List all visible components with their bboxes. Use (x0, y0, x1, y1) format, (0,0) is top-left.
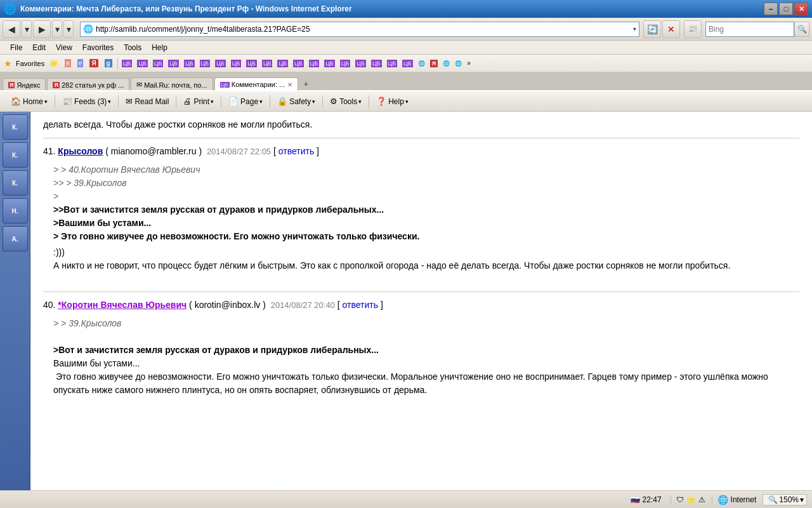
tab-282-icon: Я (53, 82, 59, 88)
refresh-icon[interactable]: 🔄 (643, 20, 661, 38)
tab-282[interactable]: Я 282 статья ук рф ... (47, 78, 129, 90)
help-button[interactable]: ❓ Help ▾ (370, 95, 414, 108)
status-time-area: 🇷🇺 22:47 (631, 495, 662, 504)
fav-expand[interactable]: » (464, 58, 473, 68)
fav-item-3[interactable]: е (75, 58, 88, 69)
rss-icon[interactable]: 📰 (684, 20, 702, 38)
tab-comments-close[interactable]: ✕ (287, 81, 292, 88)
maximize-button[interactable]: □ (779, 3, 793, 15)
search-input[interactable] (705, 22, 794, 37)
tab-282-label: 282 статья ук рф ... (62, 81, 124, 89)
fav-cb-4[interactable]: ЦБ (166, 58, 181, 69)
comment-40-text2: Вашими бы устами... Это говно живучее до… (53, 357, 799, 397)
fav-cb-16[interactable]: ЦБ (353, 58, 369, 69)
fav-cb-3[interactable]: ЦБ (150, 58, 166, 69)
zoom-control[interactable]: 🔍 150% ▾ (763, 494, 807, 505)
fav-cb-9[interactable]: ЦБ (244, 58, 259, 69)
page-icon: 📄 (228, 97, 239, 106)
fav-cb-10[interactable]: ЦБ (259, 58, 275, 69)
fav-cb-6[interactable]: ЦБ (197, 58, 213, 69)
print-button[interactable]: 🖨 Print ▾ (178, 95, 219, 108)
home-button[interactable]: 🏠 Home ▾ (5, 95, 53, 108)
fav-cb-15[interactable]: ЦБ (337, 58, 353, 69)
address-dropdown[interactable]: ▾ (633, 25, 636, 32)
status-time: 22:47 (643, 495, 662, 504)
fav-item-g[interactable]: g (102, 58, 116, 69)
fav-cb-11[interactable]: ЦБ (275, 58, 291, 69)
feeds-button[interactable]: 📰 Feeds (3) ▾ (56, 95, 117, 108)
forward-button[interactable]: ▶ (33, 20, 51, 38)
tab-comments[interactable]: ЦБ Комментарии: ... ✕ (214, 77, 299, 91)
fav-cb-8[interactable]: ЦБ (228, 58, 244, 69)
fav-cb-7[interactable]: ЦБ (213, 58, 228, 69)
fav-cb-12[interactable]: ЦБ (291, 58, 306, 69)
cmd-separator-1 (55, 95, 55, 108)
fav-cb-17[interactable]: ЦБ (369, 58, 384, 69)
minimize-button[interactable]: – (764, 3, 778, 15)
command-bar: 🏠 Home ▾ 📰 Feeds (3) ▾ ✉ Read Mail 🖨 Pri… (0, 91, 812, 112)
comment-41-email-text: mianomo@rambler.ru (111, 146, 197, 156)
search-button[interactable]: 🔍 (794, 22, 809, 37)
back-button[interactable]: ◀ (3, 20, 20, 38)
fav-ya2[interactable]: Я (428, 58, 440, 69)
fav-cb-1[interactable]: ЦБ (119, 58, 135, 69)
back-dropdown[interactable]: ▾ (22, 20, 32, 38)
fav-globe2[interactable]: 🌐 (440, 59, 452, 68)
sidebar-btn-1[interactable]: К. (3, 114, 28, 140)
zoom-icon: 🔍 (768, 495, 778, 504)
print-dropdown-arrow: ▾ (211, 98, 214, 105)
safety-dropdown-arrow: ▾ (312, 98, 315, 105)
forward-dropdown[interactable]: ▾ (52, 20, 62, 38)
menu-tools[interactable]: Tools (119, 42, 147, 53)
menu-help[interactable]: Help (147, 42, 173, 53)
comment-40: 40. *Коротин Вячеслав Юрьевич ( korotin@… (43, 291, 799, 397)
comment-40-author[interactable]: *Коротин Вячеслав Юрьевич (58, 300, 187, 310)
sidebar-btn-3[interactable]: К. (3, 170, 28, 196)
address-input[interactable] (96, 25, 633, 34)
stop-button[interactable]: ✕ (662, 20, 680, 38)
cmd-separator-7 (369, 95, 369, 108)
fav-item-1[interactable]: 🌟 (47, 58, 62, 69)
menu-view[interactable]: View (51, 42, 77, 53)
safety-button[interactable]: 🔒 Safety ▾ (272, 95, 321, 108)
dropdown-button[interactable]: ▾ (63, 20, 74, 38)
comment-40-reply[interactable]: ответить (343, 300, 378, 310)
fav-cb-globe[interactable]: 🌐 (416, 59, 428, 68)
fav-item-2[interactable]: е (62, 58, 75, 69)
main-content[interactable]: делать всегда. Чтобы даже ростки сорняко… (30, 112, 812, 490)
menu-file[interactable]: File (5, 42, 27, 53)
fav-globe3[interactable]: 🌐 (452, 59, 464, 68)
home-dropdown-arrow: ▾ (44, 98, 48, 105)
tools-button[interactable]: ⚙ Tools ▾ (324, 95, 367, 108)
zoom-dropdown-arrow: ▾ (800, 495, 804, 504)
cmd-separator-4 (221, 95, 221, 108)
tools-icon: ⚙ (330, 97, 337, 106)
fav-cb-14[interactable]: ЦБ (322, 58, 337, 69)
fav-cb-19[interactable]: ЦБ (400, 58, 416, 69)
sidebar-btn-4[interactable]: Н. (3, 198, 28, 224)
menu-favorites[interactable]: Favorites (77, 42, 119, 53)
comment-41-author[interactable]: Крысолов (58, 146, 103, 156)
sidebar-btn-2[interactable]: К. (3, 142, 28, 168)
fav-cb-5[interactable]: ЦБ (181, 58, 197, 69)
fav-item-ya1[interactable]: Я (87, 58, 102, 69)
page-button[interactable]: 📄 Page ▾ (223, 95, 268, 108)
fav-cb-18[interactable]: ЦБ (384, 58, 400, 69)
feeds-icon: 📰 (62, 97, 72, 106)
new-tab-button[interactable]: + (299, 77, 312, 90)
readmail-button[interactable]: ✉ Read Mail (120, 95, 174, 108)
comment-41-reply[interactable]: ответить (278, 146, 314, 156)
close-button[interactable]: ✕ (794, 3, 808, 15)
tab-mail[interactable]: ✉ Mail.Ru: почта, по... (131, 77, 213, 90)
help-dropdown-arrow: ▾ (405, 98, 409, 105)
sidebar-btn-5[interactable]: А. (3, 226, 28, 251)
comment-41-quote-6-text: > Это говно живучее до невозможности. Ег… (53, 231, 419, 241)
tab-yandex[interactable]: Я Яндекс (3, 78, 46, 90)
fav-cb-13[interactable]: ЦБ (306, 58, 322, 69)
fav-cb-2[interactable]: ЦБ (134, 58, 150, 69)
fav-separator-1 (117, 58, 118, 69)
home-label: Home (23, 97, 43, 106)
status-bar: 🇷🇺 22:47 🛡 ⭐ ⚠ 🌐 Internet 🔍 150% ▾ (0, 490, 812, 508)
menu-edit[interactable]: Edit (27, 42, 51, 53)
status-globe-icon: 🌐 (717, 495, 728, 505)
